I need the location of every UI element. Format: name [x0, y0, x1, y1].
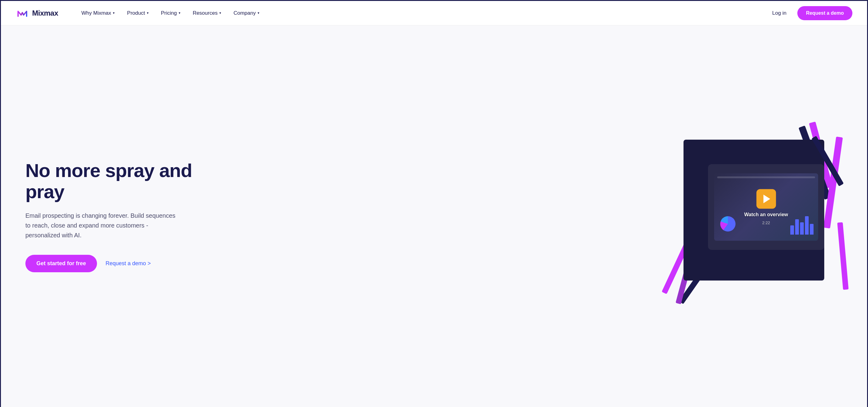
logo-link[interactable]: Mixmax — [16, 6, 58, 20]
chart-bar-3 — [800, 222, 804, 235]
chevron-down-icon: ▾ — [179, 11, 181, 15]
chart-bar-2 — [795, 219, 799, 235]
laptop-screen: Watch an overview 2:22 — [714, 173, 818, 241]
play-icon — [763, 195, 770, 203]
nav-product[interactable]: Product ▾ — [122, 8, 154, 19]
play-button[interactable] — [756, 189, 776, 209]
chevron-down-icon: ▾ — [219, 11, 221, 15]
video-play-overlay: Watch an overview 2:22 — [744, 189, 788, 225]
decorative-ribbon-6 — [837, 222, 848, 290]
video-duration: 2:22 — [762, 221, 770, 225]
watch-overview-label: Watch an overview — [744, 212, 788, 217]
ribbon-container: Watch an overview 2:22 — [671, 130, 843, 302]
hero-subtext: Email prospecting is changing forever. B… — [25, 211, 178, 240]
login-button[interactable]: Log in — [767, 8, 791, 19]
logo-icon — [16, 6, 29, 20]
nav-right: Log in Request a demo — [767, 6, 852, 20]
chart-bar-1 — [790, 225, 794, 235]
nav-why-mixmax[interactable]: Why Mixmax ▾ — [76, 8, 120, 19]
navbar: Mixmax Why Mixmax ▾ Product ▾ Pricing ▾ … — [1, 1, 867, 25]
video-dark-background: Watch an overview 2:22 — [683, 140, 824, 281]
request-demo-link[interactable]: Request a demo > — [105, 260, 151, 267]
screen-topbar — [717, 176, 815, 178]
get-started-button[interactable]: Get started for free — [25, 255, 97, 272]
chevron-down-icon: ▾ — [113, 11, 115, 15]
laptop-mockup: Watch an overview 2:22 — [708, 164, 824, 250]
hero-cta-area: Get started for free Request a demo > — [25, 255, 209, 272]
hero-headline: No more spray and pray — [25, 160, 209, 202]
nav-company[interactable]: Company ▾ — [228, 8, 265, 19]
chevron-down-icon: ▾ — [258, 11, 259, 15]
hero-visual: Watch an overview 2:22 — [227, 124, 843, 308]
chevron-down-icon: ▾ — [147, 11, 149, 15]
screen-pie-chart — [720, 216, 736, 232]
chart-bar-5 — [810, 224, 813, 235]
nav-resources[interactable]: Resources ▾ — [188, 8, 226, 19]
nav-pricing[interactable]: Pricing ▾ — [156, 8, 185, 19]
request-demo-button[interactable]: Request a demo — [797, 6, 852, 20]
chart-bar-4 — [805, 216, 809, 235]
nav-links: Why Mixmax ▾ Product ▾ Pricing ▾ Resourc… — [76, 8, 767, 19]
hero-content: No more spray and pray Email prospecting… — [25, 160, 209, 272]
brand-name: Mixmax — [32, 9, 58, 18]
screen-bar-chart — [790, 216, 813, 235]
hero-section: No more spray and pray Email prospecting… — [1, 25, 867, 407]
